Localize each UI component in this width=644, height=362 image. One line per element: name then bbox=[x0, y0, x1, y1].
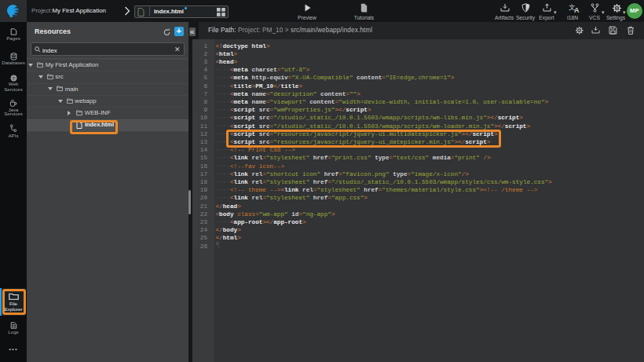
svg-text:A: A bbox=[574, 6, 580, 13]
